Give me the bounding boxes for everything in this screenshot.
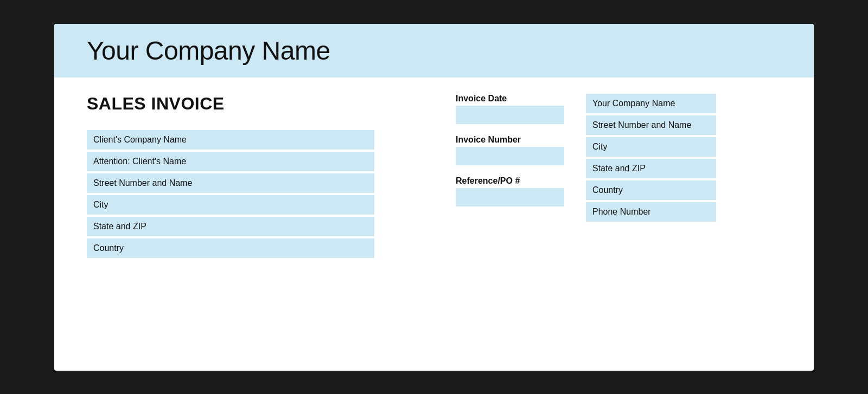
right-section: Invoice Date Invoice Number Reference/PO… (456, 94, 781, 258)
company-field-row[interactable]: State and ZIP (586, 159, 716, 179)
client-field-row[interactable]: Attention: Client's Name (87, 152, 374, 172)
client-field-row[interactable]: Country (87, 238, 374, 258)
client-fields-list: Client's Company NameAttention: Client's… (87, 130, 374, 258)
invoice-date-group: Invoice Date (456, 94, 564, 124)
client-field-row[interactable]: City (87, 195, 374, 216)
company-field-row[interactable]: Country (586, 180, 716, 201)
content-area: SALES INVOICE Client's Company NameAtten… (54, 83, 814, 280)
client-field-row[interactable]: State and ZIP (87, 217, 374, 237)
client-field-row[interactable]: Client's Company Name (87, 130, 374, 151)
reference-label: Reference/PO # (456, 176, 564, 186)
header-company-name[interactable]: Your Company Name (87, 36, 330, 65)
invoice-title: SALES INVOICE (87, 94, 456, 114)
invoice-number-label: Invoice Number (456, 135, 564, 145)
invoice-number-group: Invoice Number (456, 135, 564, 165)
reference-group: Reference/PO # (456, 176, 564, 206)
company-header: Your Company Name (54, 24, 814, 77)
invoice-number-input[interactable] (456, 147, 564, 165)
company-field-row[interactable]: City (586, 137, 716, 158)
company-info-fields: Your Company NameStreet Number and NameC… (586, 94, 716, 222)
reference-input[interactable] (456, 188, 564, 206)
company-field-row[interactable]: Your Company Name (586, 94, 716, 114)
client-field-row[interactable]: Street Number and Name (87, 173, 374, 194)
invoice-meta: Invoice Date Invoice Number Reference/PO… (456, 94, 564, 206)
company-field-row[interactable]: Phone Number (586, 202, 716, 222)
invoice-page: Your Company Name SALES INVOICE Client's… (54, 24, 814, 371)
left-section: SALES INVOICE Client's Company NameAtten… (87, 94, 456, 258)
company-field-row[interactable]: Street Number and Name (586, 115, 716, 136)
invoice-date-input[interactable] (456, 106, 564, 124)
invoice-date-label: Invoice Date (456, 94, 564, 104)
